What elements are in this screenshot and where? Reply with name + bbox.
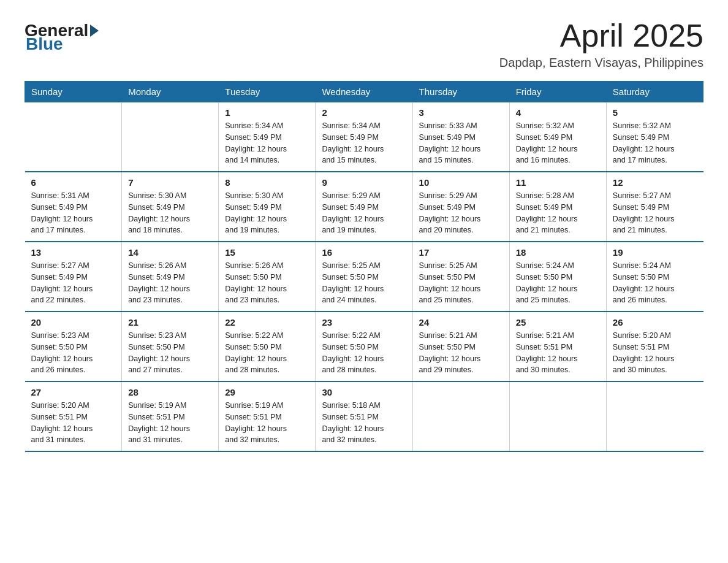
calendar-week-row: 13Sunrise: 5:27 AM Sunset: 5:49 PM Dayli… — [25, 242, 703, 312]
day-number: 18 — [516, 247, 600, 258]
day-info: Sunrise: 5:25 AM Sunset: 5:50 PM Dayligh… — [322, 260, 406, 306]
calendar-cell: 28Sunrise: 5:19 AM Sunset: 5:51 PM Dayli… — [122, 381, 219, 451]
day-number: 1 — [225, 107, 309, 118]
day-number: 30 — [322, 387, 406, 397]
day-info: Sunrise: 5:22 AM Sunset: 5:50 PM Dayligh… — [225, 330, 309, 376]
calendar-cell: 11Sunrise: 5:28 AM Sunset: 5:49 PM Dayli… — [509, 172, 606, 242]
day-number: 4 — [516, 107, 600, 118]
day-info: Sunrise: 5:26 AM Sunset: 5:49 PM Dayligh… — [128, 260, 212, 306]
calendar-week-row: 6Sunrise: 5:31 AM Sunset: 5:49 PM Daylig… — [25, 172, 703, 242]
day-number: 17 — [419, 247, 503, 258]
day-number: 19 — [613, 247, 697, 258]
calendar-cell: 13Sunrise: 5:27 AM Sunset: 5:49 PM Dayli… — [25, 242, 122, 312]
day-number: 9 — [322, 177, 406, 188]
day-number: 21 — [128, 317, 212, 327]
day-number: 26 — [613, 317, 697, 327]
day-info: Sunrise: 5:25 AM Sunset: 5:50 PM Dayligh… — [419, 260, 503, 306]
calendar-cell: 23Sunrise: 5:22 AM Sunset: 5:50 PM Dayli… — [316, 312, 412, 381]
logo-blue-text: Blue — [26, 34, 63, 53]
day-info: Sunrise: 5:31 AM Sunset: 5:49 PM Dayligh… — [31, 190, 116, 236]
calendar-cell: 4Sunrise: 5:32 AM Sunset: 5:49 PM Daylig… — [509, 102, 606, 172]
day-info: Sunrise: 5:23 AM Sunset: 5:50 PM Dayligh… — [128, 330, 212, 376]
calendar-week-row: 27Sunrise: 5:20 AM Sunset: 5:51 PM Dayli… — [25, 381, 703, 451]
calendar-table: SundayMondayTuesdayWednesdayThursdayFrid… — [25, 81, 703, 452]
calendar-cell: 10Sunrise: 5:29 AM Sunset: 5:49 PM Dayli… — [412, 172, 509, 242]
day-info: Sunrise: 5:29 AM Sunset: 5:49 PM Dayligh… — [322, 190, 406, 236]
day-number: 13 — [31, 247, 116, 258]
day-info: Sunrise: 5:30 AM Sunset: 5:49 PM Dayligh… — [225, 190, 309, 236]
calendar-cell: 15Sunrise: 5:26 AM Sunset: 5:50 PM Dayli… — [219, 242, 316, 312]
calendar-cell: 26Sunrise: 5:20 AM Sunset: 5:51 PM Dayli… — [606, 312, 703, 381]
calendar-cell: 25Sunrise: 5:21 AM Sunset: 5:51 PM Dayli… — [509, 312, 606, 381]
logo-triangle-icon — [90, 25, 99, 37]
day-info: Sunrise: 5:27 AM Sunset: 5:49 PM Dayligh… — [613, 190, 697, 236]
day-info: Sunrise: 5:24 AM Sunset: 5:50 PM Dayligh… — [613, 260, 697, 306]
day-info: Sunrise: 5:26 AM Sunset: 5:50 PM Dayligh… — [225, 260, 309, 306]
calendar-cell: 16Sunrise: 5:25 AM Sunset: 5:50 PM Dayli… — [316, 242, 412, 312]
location-title: Dapdap, Eastern Visayas, Philippines — [499, 56, 703, 70]
calendar-cell: 29Sunrise: 5:19 AM Sunset: 5:51 PM Dayli… — [219, 381, 316, 451]
calendar-cell — [122, 102, 219, 172]
day-info: Sunrise: 5:20 AM Sunset: 5:51 PM Dayligh… — [31, 400, 116, 446]
day-number: 6 — [31, 177, 116, 188]
header-monday: Monday — [122, 82, 219, 102]
day-number: 10 — [419, 177, 503, 188]
calendar-cell: 7Sunrise: 5:30 AM Sunset: 5:49 PM Daylig… — [122, 172, 219, 242]
header-sunday: Sunday — [25, 82, 122, 102]
day-number: 22 — [225, 317, 309, 327]
header-tuesday: Tuesday — [219, 82, 316, 102]
calendar-cell: 21Sunrise: 5:23 AM Sunset: 5:50 PM Dayli… — [122, 312, 219, 381]
day-info: Sunrise: 5:34 AM Sunset: 5:49 PM Dayligh… — [322, 120, 406, 166]
day-number: 25 — [516, 317, 600, 327]
day-number: 15 — [225, 247, 309, 258]
calendar-week-row: 20Sunrise: 5:23 AM Sunset: 5:50 PM Dayli… — [25, 312, 703, 381]
day-info: Sunrise: 5:23 AM Sunset: 5:50 PM Dayligh… — [31, 330, 116, 376]
day-info: Sunrise: 5:18 AM Sunset: 5:51 PM Dayligh… — [322, 400, 406, 446]
calendar-cell: 19Sunrise: 5:24 AM Sunset: 5:50 PM Dayli… — [606, 242, 703, 312]
calendar-cell: 5Sunrise: 5:32 AM Sunset: 5:49 PM Daylig… — [606, 102, 703, 172]
calendar-header-row: SundayMondayTuesdayWednesdayThursdayFrid… — [25, 82, 703, 102]
day-info: Sunrise: 5:19 AM Sunset: 5:51 PM Dayligh… — [128, 400, 212, 446]
calendar-cell — [412, 381, 509, 451]
calendar-cell: 17Sunrise: 5:25 AM Sunset: 5:50 PM Dayli… — [412, 242, 509, 312]
day-number: 3 — [419, 107, 503, 118]
day-info: Sunrise: 5:19 AM Sunset: 5:51 PM Dayligh… — [225, 400, 309, 446]
day-info: Sunrise: 5:27 AM Sunset: 5:49 PM Dayligh… — [31, 260, 116, 306]
day-number: 20 — [31, 317, 116, 327]
calendar-cell — [606, 381, 703, 451]
day-number: 7 — [128, 177, 212, 188]
day-number: 8 — [225, 177, 309, 188]
calendar-cell: 3Sunrise: 5:33 AM Sunset: 5:49 PM Daylig… — [412, 102, 509, 172]
page-header: General General Blue April 2025 Dapdap, … — [25, 18, 703, 70]
month-title: April 2025 — [499, 18, 703, 53]
calendar-cell: 6Sunrise: 5:31 AM Sunset: 5:49 PM Daylig… — [25, 172, 122, 242]
day-info: Sunrise: 5:20 AM Sunset: 5:51 PM Dayligh… — [613, 330, 697, 376]
day-number: 2 — [322, 107, 406, 118]
calendar-week-row: 1Sunrise: 5:34 AM Sunset: 5:49 PM Daylig… — [25, 102, 703, 172]
header-wednesday: Wednesday — [316, 82, 412, 102]
calendar-cell — [25, 102, 122, 172]
calendar-cell: 9Sunrise: 5:29 AM Sunset: 5:49 PM Daylig… — [316, 172, 412, 242]
day-info: Sunrise: 5:32 AM Sunset: 5:49 PM Dayligh… — [516, 120, 600, 166]
calendar-cell: 18Sunrise: 5:24 AM Sunset: 5:50 PM Dayli… — [509, 242, 606, 312]
calendar-cell: 20Sunrise: 5:23 AM Sunset: 5:50 PM Dayli… — [25, 312, 122, 381]
day-info: Sunrise: 5:21 AM Sunset: 5:50 PM Dayligh… — [419, 330, 503, 376]
day-number: 12 — [613, 177, 697, 188]
day-info: Sunrise: 5:24 AM Sunset: 5:50 PM Dayligh… — [516, 260, 600, 306]
day-number: 23 — [322, 317, 406, 327]
calendar-cell: 12Sunrise: 5:27 AM Sunset: 5:49 PM Dayli… — [606, 172, 703, 242]
day-number: 14 — [128, 247, 212, 258]
calendar-cell: 22Sunrise: 5:22 AM Sunset: 5:50 PM Dayli… — [219, 312, 316, 381]
calendar-cell — [509, 381, 606, 451]
day-number: 5 — [613, 107, 697, 118]
calendar-cell: 14Sunrise: 5:26 AM Sunset: 5:49 PM Dayli… — [122, 242, 219, 312]
calendar-cell: 1Sunrise: 5:34 AM Sunset: 5:49 PM Daylig… — [219, 102, 316, 172]
calendar-cell: 24Sunrise: 5:21 AM Sunset: 5:50 PM Dayli… — [412, 312, 509, 381]
logo: General General Blue — [25, 25, 100, 54]
day-info: Sunrise: 5:34 AM Sunset: 5:49 PM Dayligh… — [225, 120, 309, 166]
day-number: 28 — [128, 387, 212, 397]
day-number: 27 — [31, 387, 116, 397]
day-info: Sunrise: 5:33 AM Sunset: 5:49 PM Dayligh… — [419, 120, 503, 166]
day-number: 24 — [419, 317, 503, 327]
calendar-cell: 2Sunrise: 5:34 AM Sunset: 5:49 PM Daylig… — [316, 102, 412, 172]
